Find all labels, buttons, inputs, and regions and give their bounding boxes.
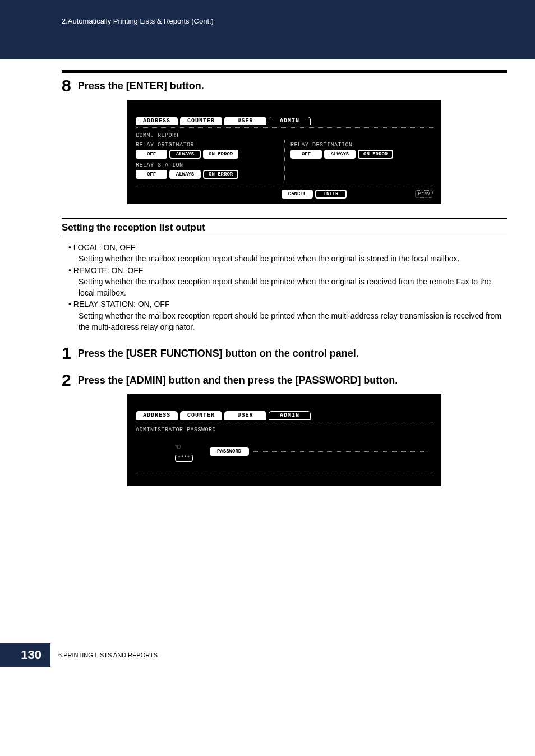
step-2: 2 Press the [ADMIN] button and then pres…: [62, 372, 507, 389]
tab-counter[interactable]: COUNTER: [180, 411, 222, 420]
list-item-body: Setting whether the mailbox reception re…: [62, 276, 507, 299]
panel-body-title: ADMINISTRATOR PASSWORD: [136, 427, 433, 433]
cancel-button[interactable]: CANCEL: [282, 190, 313, 199]
step-number: 2: [62, 372, 71, 389]
masked-password: ****: [175, 455, 193, 462]
tab-admin[interactable]: ADMIN: [269, 117, 311, 125]
tab-address[interactable]: ADDRESS: [136, 117, 178, 125]
tab-user[interactable]: USER: [224, 117, 266, 125]
step-1: 1 Press the [USER FUNCTIONS] button on t…: [62, 345, 507, 362]
comm-report-panel: ADDRESS COUNTER USER ADMIN COMM. REPORT …: [127, 100, 441, 204]
list-item: REMOTE: ON, OFF: [62, 265, 507, 276]
step-number: 1: [62, 345, 71, 362]
header-breadcrumb: 2.Automatically Printing Lists & Reports…: [0, 0, 535, 59]
tab-user[interactable]: USER: [224, 411, 266, 420]
section-rule-bottom: [62, 236, 507, 236]
step-title: Press the [USER FUNCTIONS] button on the…: [78, 345, 359, 359]
onerror-button[interactable]: ON ERROR: [358, 150, 393, 159]
always-button[interactable]: ALWAYS: [169, 170, 201, 179]
group-label: RELAY DESTINATION: [290, 142, 433, 148]
list-item-body: Setting whether the mailbox reception re…: [62, 253, 507, 264]
breadcrumb-text: 2.Automatically Printing Lists & Reports…: [62, 17, 214, 25]
footer-chapter: 6.PRINTING LISTS AND REPORTS: [58, 652, 158, 658]
section-heading: Setting the reception list output: [62, 222, 507, 233]
onerror-button[interactable]: ON ERROR: [203, 170, 238, 179]
list-item: LOCAL: ON, OFF: [62, 242, 507, 253]
top-rule: [62, 70, 507, 73]
group-label: RELAY STATION: [136, 162, 284, 168]
always-button[interactable]: ALWAYS: [169, 150, 201, 159]
prev-button[interactable]: Prev: [415, 190, 433, 198]
enter-button[interactable]: ENTER: [315, 190, 347, 199]
tab-address[interactable]: ADDRESS: [136, 411, 178, 420]
section-rule-top: [62, 218, 507, 219]
group-label: RELAY ORIGINATOR: [136, 142, 284, 148]
admin-password-panel: ADDRESS COUNTER USER ADMIN ADMINISTRATOR…: [127, 394, 441, 486]
onerror-button[interactable]: ON ERROR: [203, 150, 238, 159]
list-item: RELAY STATION: ON, OFF: [62, 298, 507, 310]
step-title: Press the [ADMIN] button and then press …: [78, 372, 398, 386]
tab-counter[interactable]: COUNTER: [180, 117, 222, 125]
list-item-body: Setting whether the mailbox reception re…: [62, 310, 507, 333]
panel-footer-rule: [136, 473, 433, 481]
panel-tabs: ADDRESS COUNTER USER ADMIN: [136, 117, 433, 125]
panel-body-title: COMM. REPORT: [136, 132, 433, 139]
setting-list: LOCAL: ON, OFF Setting whether the mailb…: [62, 242, 507, 333]
step-title: Press the [ENTER] button.: [78, 77, 204, 92]
password-button[interactable]: PASSWORD: [210, 447, 249, 456]
page-footer: 130 6.PRINTING LISTS AND REPORTS: [62, 643, 507, 684]
step-number: 8: [62, 77, 71, 94]
password-input-line[interactable]: [253, 451, 427, 452]
off-button[interactable]: OFF: [290, 150, 322, 159]
page-number: 130: [0, 643, 50, 667]
panel-tabs: ADDRESS COUNTER USER ADMIN: [136, 411, 433, 420]
hand-icon: ☜ ****: [175, 441, 193, 462]
step-8: 8 Press the [ENTER] button.: [62, 77, 507, 94]
tab-admin[interactable]: ADMIN: [269, 411, 311, 420]
off-button[interactable]: OFF: [136, 170, 167, 179]
off-button[interactable]: OFF: [136, 150, 167, 159]
always-button[interactable]: ALWAYS: [324, 150, 356, 159]
